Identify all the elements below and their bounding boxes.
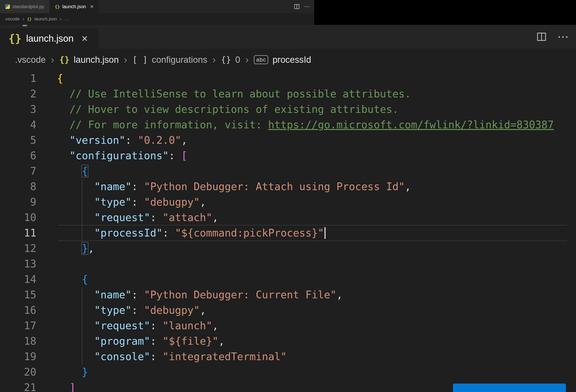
code-line-7[interactable]: 7 { [0, 163, 576, 179]
more-actions-icon[interactable]: ⋯ [557, 31, 570, 42]
code-line-content: "program": "${file}", [36, 334, 576, 349]
line-number[interactable]: 13 [0, 256, 36, 272]
line-number[interactable]: 4 [0, 117, 36, 132]
breadcrumb-item-processid[interactable]: processId [272, 55, 311, 65]
code-token [57, 381, 69, 392]
add-configuration-button[interactable] [453, 384, 566, 392]
code-line-9[interactable]: 9 "type": "debugpy", [0, 194, 576, 210]
code-area[interactable]: 1{2 // Use IntelliSense to learn about p… [0, 71, 576, 392]
line-number[interactable]: 7 [0, 163, 36, 179]
chevron-right-icon: › [50, 55, 55, 65]
tab-launch-json[interactable]: {} launch.json × [50, 0, 99, 13]
tab-standardplot-py[interactable]: standardplot.py [0, 0, 50, 13]
breadcrumb-item-vscode[interactable]: .vscode [15, 55, 46, 65]
code-token [57, 304, 94, 316]
line-number[interactable]: 8 [0, 179, 36, 194]
breadcrumb-item-more[interactable]: … [64, 16, 69, 22]
code-line-20[interactable]: 20 } [0, 364, 576, 380]
code-token [57, 134, 69, 146]
indent-guide [82, 303, 82, 318]
breadcrumb-item-launch-json[interactable]: launch.json [74, 55, 119, 65]
line-number[interactable]: 1 [0, 71, 36, 86]
editor-actions: ⋯ [537, 31, 576, 42]
code-line-4[interactable]: 4 // For more information, visit: https:… [0, 117, 576, 132]
code-line-content: }, [36, 241, 576, 256]
code-token [57, 165, 82, 177]
code-line-12[interactable]: 12 }, [0, 241, 576, 256]
breadcrumb-item-vscode[interactable]: .vscode [4, 16, 20, 22]
code-token: "program" [94, 335, 150, 347]
code-token: , [212, 211, 219, 223]
code-token: "integratedTerminal" [162, 351, 287, 363]
code-token: "request" [94, 320, 150, 332]
code-token: // Hover to view descriptions of existin… [57, 103, 399, 115]
line-number[interactable]: 18 [0, 334, 36, 349]
chevron-right-icon: › [60, 16, 62, 22]
split-editor-icon[interactable] [294, 4, 300, 9]
close-icon[interactable]: × [82, 33, 88, 44]
code-line-13[interactable]: 13 [0, 256, 576, 272]
code-token: ] [69, 381, 76, 392]
code-token: : [150, 335, 162, 347]
code-token [57, 181, 94, 192]
line-number[interactable]: 17 [0, 318, 36, 334]
code-token: "request" [94, 211, 150, 223]
breadcrumb-bar: .vscode › {} launch.json › [ ] configura… [0, 49, 576, 71]
line-number[interactable]: 2 [0, 86, 36, 102]
code-line-content: "name": "Python Debugger: Current File", [36, 287, 576, 303]
code-line-18[interactable]: 18 "program": "${file}", [0, 334, 576, 349]
code-token: "name" [94, 181, 132, 192]
code-line-6[interactable]: 6 "configurations": [ [0, 148, 576, 163]
code-token [57, 211, 94, 223]
split-editor-icon[interactable] [537, 32, 547, 42]
code-line-content: } [36, 364, 576, 380]
black-region [314, 0, 576, 25]
more-actions-icon[interactable]: ⋯ [304, 3, 310, 10]
line-number[interactable]: 6 [0, 148, 36, 163]
code-line-11[interactable]: 11 "processId": "${command:pickProcess}" [0, 225, 576, 241]
code-token: "console" [94, 351, 150, 363]
line-number[interactable]: 9 [0, 194, 36, 210]
tab-launch-json-zoomed[interactable]: {} launch.json × [0, 28, 98, 49]
close-icon[interactable]: × [90, 4, 93, 9]
code-token: : [132, 196, 144, 208]
code-token: : [150, 320, 162, 332]
code-line-8[interactable]: 8 "name": "Python Debugger: Attach using… [0, 179, 576, 194]
line-number[interactable]: 19 [0, 349, 36, 364]
code-token: : [132, 181, 144, 192]
code-line-14[interactable]: 14 { [0, 272, 576, 287]
code-token: // For more information, visit: [57, 119, 268, 131]
code-line-17[interactable]: 17 "request": "launch", [0, 318, 576, 334]
code-line-10[interactable]: 10 "request": "attach", [0, 210, 576, 225]
line-number[interactable]: 21 [0, 380, 36, 392]
code-line-3[interactable]: 3 // Hover to view descriptions of exist… [0, 102, 576, 117]
code-line-16[interactable]: 16 "type": "debugpy", [0, 303, 576, 318]
code-line-19[interactable]: 19 "console": "integratedTerminal" [0, 349, 576, 364]
line-number[interactable]: 16 [0, 303, 36, 318]
breadcrumb-item-0[interactable]: 0 [235, 55, 240, 65]
code-line-content: { [36, 272, 576, 287]
indent-guide [82, 225, 82, 241]
indent-guide [82, 179, 82, 194]
line-number[interactable]: 12 [0, 241, 36, 256]
code-token: "Python Debugger: Attach using Process I… [144, 181, 405, 192]
line-number[interactable]: 10 [0, 210, 36, 225]
symbol-object-icon: {} [221, 55, 231, 64]
code-line-1[interactable]: 1{ [0, 71, 576, 86]
line-number[interactable]: 20 [0, 364, 36, 380]
line-number[interactable]: 5 [0, 132, 36, 148]
code-line-content: { [36, 163, 576, 179]
breadcrumb-item-configurations[interactable]: configurations [152, 55, 207, 65]
line-number[interactable]: 15 [0, 287, 36, 303]
line-number[interactable]: 14 [0, 272, 36, 287]
line-number[interactable]: 3 [0, 102, 36, 117]
code-line-5[interactable]: 5 "version": "0.2.0", [0, 132, 576, 148]
code-token: , [336, 289, 343, 301]
code-token: : [150, 351, 162, 363]
code-line-15[interactable]: 15 "name": "Python Debugger: Current Fil… [0, 287, 576, 303]
code-line-2[interactable]: 2 // Use IntelliSense to learn about pos… [0, 86, 576, 102]
breadcrumb-item-launch-json[interactable]: launch.json [34, 16, 57, 22]
indent-guide [82, 194, 82, 210]
python-icon [5, 4, 10, 9]
line-number[interactable]: 11 [0, 225, 36, 241]
